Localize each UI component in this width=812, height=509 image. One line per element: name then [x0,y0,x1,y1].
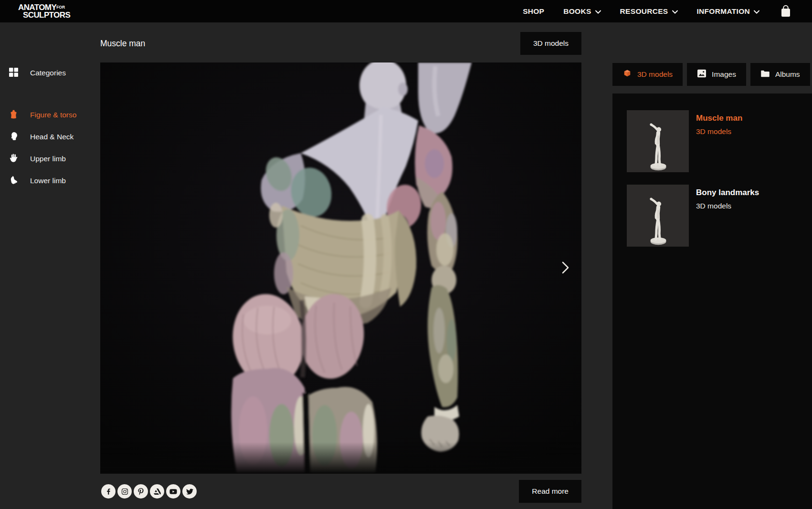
torso-icon [9,109,19,121]
muscle-man-3d-render [100,62,581,474]
foot-icon [9,175,19,187]
head-icon [9,131,19,143]
nav-information[interactable]: INFORMATION [697,7,760,16]
category-badge[interactable]: 3D models [520,32,581,55]
result-title: Muscle man [696,114,742,123]
site-logo[interactable]: ANATOMYFOR SCULPTORS [18,4,70,19]
sidebar-item-label: Lower limb [30,177,66,185]
categories-sidebar: Categories Figure & torso Head & Neck Up… [0,22,100,509]
pinterest-icon[interactable] [134,484,148,499]
shopping-bag-icon[interactable] [780,5,792,18]
page-body: Categories Figure & torso Head & Neck Up… [0,22,812,509]
tab-label: Images [712,70,736,79]
sidebar-item-label: Figure & torso [30,111,76,119]
related-panel: 3D models Images Albums [581,22,812,509]
nav-resources-label: RESOURCES [620,7,668,16]
sidebar-item-lower-limb[interactable]: Lower limb [0,172,100,189]
model-viewer[interactable] [100,62,581,474]
result-thumbnail [627,110,689,172]
media-tabs: 3D models Images Albums [612,63,812,86]
statue-thumbnail-image [643,192,673,247]
result-item-muscle-man[interactable]: Muscle man 3D models [627,110,802,172]
sidebar-item-head-neck[interactable]: Head & Neck [0,128,100,145]
sidebar-item-upper-limb[interactable]: Upper limb [0,150,100,167]
result-subtitle: 3D models [696,202,759,210]
facebook-icon[interactable] [101,484,116,499]
category-list: Figure & torso Head & Neck Upper limb Lo… [0,106,100,189]
main-content: Muscle man 3D models [100,22,581,509]
image-icon [697,69,707,80]
next-image-button[interactable] [559,260,573,277]
tab-albums[interactable]: Albums [750,63,810,86]
nav-books[interactable]: BOOKS [563,7,601,16]
sidebar-item-label: Head & Neck [30,133,74,141]
chevron-right-icon [562,261,569,276]
logo-line2: SCULPTORS [18,11,70,19]
categories-header[interactable]: Categories [0,62,100,83]
tab-images[interactable]: Images [687,63,746,86]
cube-icon [622,69,632,80]
tab-label: 3D models [637,70,673,79]
sidebar-item-figure-torso[interactable]: Figure & torso [0,106,100,124]
statue-thumbnail-image [643,118,673,172]
main-nav: SHOP BOOKS RESOURCES INFORMATION [523,7,759,16]
tab-label: Albums [775,70,800,79]
result-item-bony-landmarks[interactable]: Bony landmarks 3D models [627,185,802,247]
nav-shop-label: SHOP [523,7,544,16]
nav-information-label: INFORMATION [697,7,750,16]
top-bar: ANATOMYFOR SCULPTORS SHOP BOOKS RESOURCE… [0,0,812,22]
read-more-button[interactable]: Read more [519,480,581,503]
nav-books-label: BOOKS [563,7,591,16]
hand-icon [9,153,19,165]
results-panel: Muscle man 3D models Bony landmarks 3D m… [612,93,812,509]
chevron-down-icon [672,7,678,16]
artstation-icon[interactable] [150,484,164,499]
twitter-icon[interactable] [182,484,197,499]
result-title: Bony landmarks [696,188,759,197]
sidebar-item-label: Upper limb [30,155,66,163]
result-subtitle: 3D models [696,127,742,136]
social-links [101,484,197,499]
instagram-icon[interactable] [117,484,132,499]
grid-icon [9,67,19,79]
nav-resources[interactable]: RESOURCES [620,7,678,16]
chevron-down-icon [595,7,601,16]
result-thumbnail [627,185,689,247]
tab-3d-models[interactable]: 3D models [612,63,683,86]
folder-icon [760,70,770,80]
youtube-icon[interactable] [166,484,180,499]
page-title: Muscle man [100,39,145,49]
chevron-down-icon [754,7,759,16]
categories-title: Categories [30,69,66,77]
logo-line1-small: FOR [56,5,65,10]
nav-shop[interactable]: SHOP [523,7,544,16]
